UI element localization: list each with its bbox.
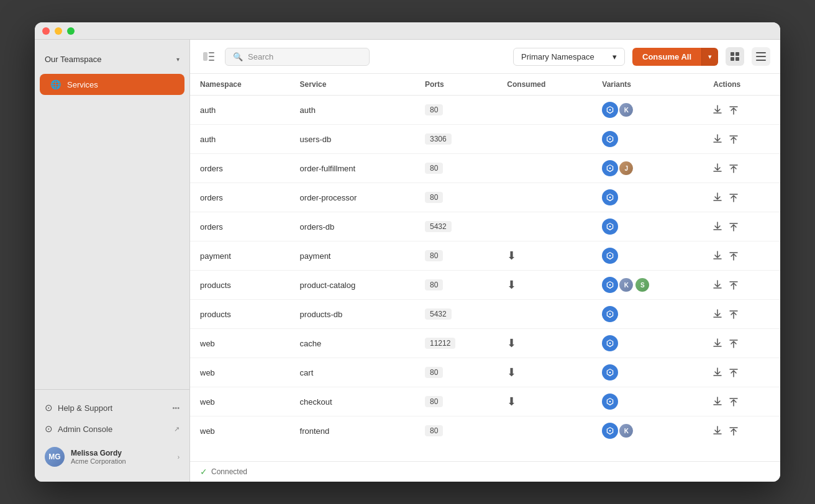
- help-label: Help & Support: [58, 403, 112, 413]
- sidebar-item-help[interactable]: ⊙ Help & Support •••: [40, 397, 184, 418]
- consume-action-icon[interactable]: [713, 338, 722, 348]
- actions-container: [713, 163, 770, 173]
- cell-consumed: ⬇: [497, 358, 592, 387]
- unconsume-action-icon[interactable]: [729, 105, 738, 115]
- download-icon: ⬇: [507, 366, 516, 379]
- app-window: Our Teamspace ▾ 🌐 Services ⊙ Help & Supp…: [35, 22, 780, 482]
- kubernetes-icon[interactable]: [602, 335, 618, 351]
- consume-action-icon[interactable]: [713, 280, 722, 290]
- consume-action-icon[interactable]: [713, 397, 722, 407]
- kubernetes-icon[interactable]: [602, 306, 618, 322]
- grid-view-button[interactable]: [726, 47, 744, 66]
- consume-action-icon[interactable]: [713, 134, 722, 144]
- variants-container: J: [602, 160, 693, 176]
- variants-container: [602, 394, 693, 410]
- consume-action-icon[interactable]: [713, 222, 722, 232]
- unconsume-action-icon[interactable]: [729, 251, 738, 261]
- user-profile[interactable]: MG Melissa Gordy Acme Corporation ›: [40, 442, 184, 472]
- consume-action-icon[interactable]: [713, 309, 722, 319]
- cell-namespace: web: [190, 387, 290, 416]
- cell-variants: KS: [592, 271, 703, 300]
- kubernetes-icon[interactable]: [602, 394, 618, 410]
- svg-point-18: [609, 313, 611, 315]
- port-badge: 80: [425, 425, 443, 436]
- consumed-indicator: ⬇: [507, 366, 582, 379]
- teamspace-header[interactable]: Our Teamspace ▾: [35, 50, 189, 74]
- cell-service: auth: [290, 96, 415, 125]
- actions-container: [713, 367, 770, 377]
- consumed-indicator: ⬇: [507, 249, 582, 263]
- kubernetes-icon[interactable]: [602, 131, 618, 147]
- unconsume-action-icon[interactable]: [729, 426, 738, 436]
- cell-actions: [703, 358, 780, 387]
- sidebar-item-services[interactable]: 🌐 Services: [40, 74, 184, 95]
- kubernetes-icon[interactable]: [602, 102, 618, 118]
- user-variant-avatar: S: [634, 277, 650, 293]
- cell-namespace: payment: [190, 241, 290, 271]
- table-row: ordersorder-processor80: [190, 183, 780, 212]
- kubernetes-icon[interactable]: [602, 277, 618, 293]
- svg-point-15: [609, 226, 611, 228]
- globe-icon: 🌐: [50, 79, 61, 90]
- cell-port: 80: [415, 416, 497, 446]
- kubernetes-icon[interactable]: [602, 160, 618, 176]
- cell-service: payment: [290, 241, 415, 271]
- unconsume-action-icon[interactable]: [729, 134, 738, 144]
- unconsume-action-icon[interactable]: [729, 367, 738, 377]
- unconsume-action-icon[interactable]: [729, 280, 738, 290]
- consume-all-button[interactable]: Consume All: [632, 48, 701, 66]
- cell-service: order-processor: [290, 183, 415, 212]
- cell-port: 80: [415, 183, 497, 212]
- unconsume-action-icon[interactable]: [729, 192, 738, 202]
- sidebar-toggle-button[interactable]: [200, 48, 217, 65]
- consume-action-icon[interactable]: [713, 192, 722, 202]
- cell-port: 80: [415, 358, 497, 387]
- namespace-dropdown[interactable]: Primary Namespace ▾: [513, 48, 625, 66]
- kubernetes-icon[interactable]: [602, 248, 618, 264]
- kubernetes-icon[interactable]: [602, 423, 618, 439]
- consume-action-icon[interactable]: [713, 426, 722, 436]
- list-view-button[interactable]: [752, 47, 770, 66]
- namespace-label: Primary Namespace: [521, 52, 594, 61]
- chevron-right-icon: ›: [178, 454, 180, 461]
- cell-port: 3306: [415, 125, 497, 154]
- svg-point-22: [609, 430, 611, 432]
- kubernetes-icon[interactable]: [602, 364, 618, 380]
- cell-consumed: ⬇: [497, 271, 592, 300]
- maximize-button[interactable]: [67, 27, 75, 35]
- consume-action-icon[interactable]: [713, 163, 722, 173]
- consume-dropdown-button[interactable]: ▾: [701, 48, 718, 66]
- unconsume-action-icon[interactable]: [729, 163, 738, 173]
- port-badge: 5432: [425, 221, 452, 232]
- consume-action-icon[interactable]: [713, 367, 722, 377]
- svg-point-17: [609, 284, 611, 286]
- consume-action-icon[interactable]: [713, 251, 722, 261]
- cell-variants: [592, 241, 703, 271]
- svg-rect-10: [756, 60, 766, 61]
- kubernetes-icon[interactable]: [602, 218, 618, 235]
- sidebar-item-admin[interactable]: ⊙ Admin Console ↗: [40, 418, 184, 439]
- avatar-initials: MG: [48, 452, 60, 461]
- cell-port: 80: [415, 387, 497, 416]
- search-input[interactable]: [248, 52, 362, 61]
- svg-rect-2: [209, 56, 214, 57]
- actions-container: [713, 280, 770, 290]
- person-icon: ⊙: [45, 423, 53, 434]
- table-row: productsproducts-db5432: [190, 300, 780, 329]
- minimize-button[interactable]: [55, 27, 62, 35]
- cell-actions: [703, 96, 780, 125]
- kubernetes-icon[interactable]: [602, 189, 618, 205]
- cell-variants: [592, 387, 703, 416]
- variants-container: [602, 364, 693, 380]
- unconsume-action-icon[interactable]: [729, 222, 738, 232]
- table-row: webcheckout80⬇: [190, 387, 780, 416]
- unconsume-action-icon[interactable]: [729, 397, 738, 407]
- col-actions: Actions: [703, 74, 780, 96]
- close-button[interactable]: [42, 27, 50, 35]
- unconsume-action-icon[interactable]: [729, 309, 738, 319]
- consume-action-icon[interactable]: [713, 105, 722, 115]
- unconsume-action-icon[interactable]: [729, 338, 738, 348]
- search-box[interactable]: 🔍: [225, 48, 370, 66]
- svg-rect-6: [731, 57, 734, 61]
- svg-point-13: [609, 168, 611, 169]
